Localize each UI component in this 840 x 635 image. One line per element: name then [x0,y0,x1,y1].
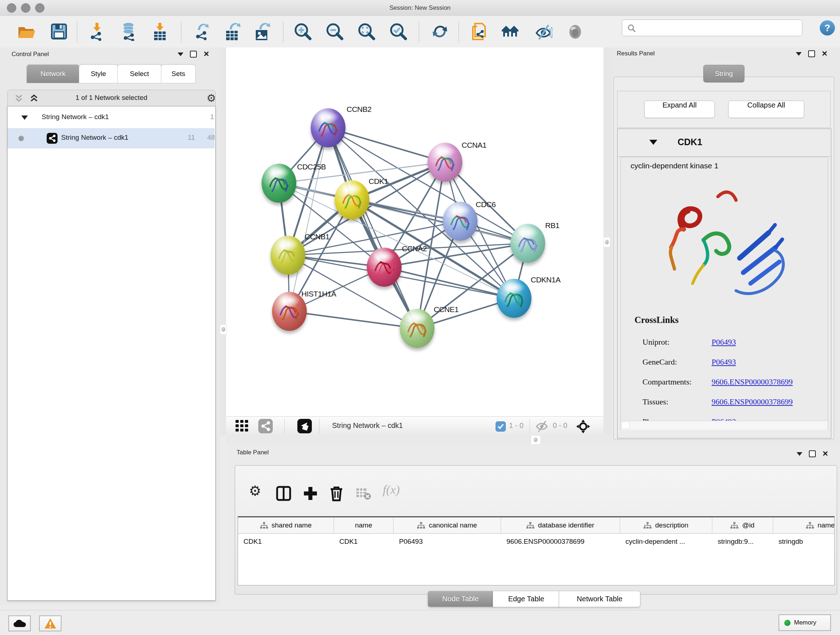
zoom-selected-icon[interactable] [389,22,408,41]
import-database-icon[interactable] [120,22,139,41]
column-header-description[interactable]: description [620,517,712,534]
results-hscrollbar[interactable] [621,421,828,430]
column-header-sharedname[interactable]: shared name [238,517,334,534]
network-options-gear-icon[interactable]: ⚙ [207,92,216,104]
navbar-separator [530,419,530,433]
shared-column-icon [644,522,652,529]
table-cell[interactable]: stringdb:9... [712,534,773,549]
tab-style[interactable]: Style [79,65,118,83]
tab-network[interactable]: Network [27,65,80,83]
panel-menu-icon[interactable] [796,52,802,56]
network-canvas[interactable]: CCNB2CCNA1CDC25BCDK1CDC6RB1CCNB1CCNA2CDK… [226,48,603,416]
network-node-RB1[interactable] [510,224,545,263]
network-node-CCNB2[interactable] [311,108,346,147]
shared-column-icon [526,522,534,529]
crosslink-link[interactable]: P06493 [712,337,736,347]
node-table[interactable]: shared namenamecanonical namedatabase id… [238,516,835,585]
export-image-icon[interactable] [253,22,272,41]
network-node-CCNA1[interactable] [428,143,462,182]
tab-sets[interactable]: Sets [161,65,196,83]
tab-string[interactable]: String [703,65,745,82]
birdseye-view-icon[interactable] [297,419,312,433]
refresh-icon[interactable] [431,22,449,41]
import-network-icon[interactable] [88,22,106,41]
network-node-CDC25B[interactable] [262,164,296,203]
table-cell[interactable]: stringdb [773,534,835,549]
network-list: String Network – cdk1 1 String Network –… [7,106,216,600]
export-network-icon[interactable] [193,22,212,41]
grid-view-icon[interactable] [235,420,250,432]
cloud-button[interactable] [8,616,31,631]
table-cell[interactable]: P06493 [393,534,501,549]
panel-close-icon[interactable]: ✕ [821,51,828,57]
expand-all-button[interactable]: Expand All [644,101,715,118]
table-settings-gear-icon[interactable]: ⚙ [249,483,261,499]
network-node-CDKN1A[interactable] [497,279,531,318]
node-label-CDC6: CDC6 [476,200,496,209]
table-cell[interactable]: 9606.ENSP00000378699 [501,534,620,549]
table-cell[interactable]: CDK1 [334,534,393,549]
collapse-all-button[interactable]: Collapse All [728,101,804,118]
network-node-CCNB1[interactable] [271,236,305,275]
warning-button[interactable] [39,616,62,631]
panel-menu-icon[interactable] [797,452,802,456]
network-node-CCNA2[interactable] [367,248,401,287]
tab-select[interactable]: Select [117,65,162,83]
open-folder-icon[interactable] [17,22,36,41]
import-table-icon[interactable] [150,22,169,41]
network-node-CDC6[interactable] [443,202,477,241]
search-input[interactable] [622,19,802,36]
clone-network-icon[interactable] [470,22,489,41]
crosslink-label: Tissues: [643,397,668,407]
tab-edge-table[interactable]: Edge Table [493,591,560,607]
network-node-CCNE1[interactable] [400,309,434,348]
table-cell[interactable]: CDK1 [238,534,333,549]
column-header-name[interactable]: name [334,517,393,534]
crosslink-link[interactable]: 9606.ENSP00000378699 [712,397,793,407]
hide-eye-icon[interactable] [534,22,553,41]
selected-checkbox-icon[interactable] [496,421,506,432]
delete-column-icon[interactable] [328,486,344,501]
splitter-left[interactable] [220,48,226,435]
zoom-out-icon[interactable] [325,22,344,41]
table-cell[interactable]: cyclin-dependent ... [620,534,712,549]
save-session-icon[interactable] [50,22,68,41]
columns-icon[interactable] [276,486,292,501]
crosslink-link[interactable]: 9606.ENSP00000378699 [712,377,793,386]
panel-float-icon[interactable] [190,51,197,57]
column-header-namespace[interactable]: namespace [773,517,835,534]
network-row-selected[interactable]: String Network – cdk1 11 48 [8,128,215,149]
node-label-CCNB1: CCNB1 [305,233,330,241]
help-button[interactable]: ? [820,20,835,35]
shared-column-icon [806,522,814,529]
panel-close-icon[interactable]: ✕ [203,51,210,57]
results-panel-title: Results Panel [617,50,655,57]
panel-close-icon[interactable]: ✕ [822,451,829,456]
protein-description: cyclin-dependent kinase 1 [630,162,718,170]
column-header-databaseidentifier[interactable]: database identifier [501,517,620,534]
splitter-right[interactable] [603,48,611,435]
panel-float-icon[interactable] [809,450,816,457]
toolbar-separator [418,21,419,42]
move-tool-icon[interactable] [576,419,591,434]
protein-section-header[interactable]: CDK1 [617,129,831,157]
export-table-icon[interactable] [223,22,242,41]
add-column-icon[interactable] [302,486,318,501]
tab-network-table[interactable]: Network Table [559,591,640,607]
panel-float-icon[interactable] [808,50,815,57]
memory-button[interactable]: Memory [778,614,831,631]
zoom-in-icon[interactable] [294,22,312,41]
column-header-canonicalname[interactable]: canonical name [393,517,501,534]
network-node-CDK1[interactable] [335,180,369,219]
column-header-@id[interactable]: @id [712,517,773,534]
section-expand-icon[interactable] [649,140,657,145]
window-title: Session: New Session [0,0,840,16]
panel-menu-icon[interactable] [178,52,183,56]
network-collection-row[interactable]: String Network – cdk1 1 [8,109,215,127]
zoom-fit-icon[interactable] [357,22,376,41]
crosslink-link[interactable]: P06493 [712,357,736,367]
collection-expand-icon[interactable] [21,116,28,120]
tab-node-table[interactable]: Node Table [428,591,493,607]
home-networks-icon[interactable] [501,22,520,41]
network-share-view-icon[interactable] [258,419,273,433]
